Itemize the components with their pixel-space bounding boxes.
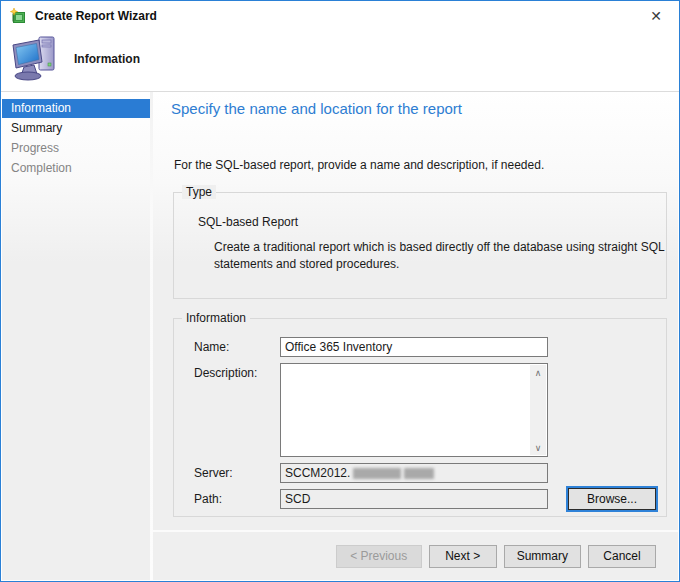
- sidebar-item-completion: Completion: [2, 159, 150, 178]
- description-textarea[interactable]: ∧ ∨: [280, 363, 548, 457]
- description-scrollbar[interactable]: ∧ ∨: [530, 365, 546, 455]
- type-groupbox: Type SQL-based Report Create a tradition…: [173, 192, 667, 299]
- information-groupbox: Information Name: Description: ∧ ∨ Serve…: [173, 318, 667, 517]
- scroll-down-icon[interactable]: ∨: [530, 440, 546, 455]
- wizard-app-icon: [10, 8, 26, 24]
- server-label: Server:: [194, 466, 233, 480]
- title-bar: Create Report Wizard ✕: [1, 1, 679, 31]
- server-field[interactable]: SCCM2012.: [280, 463, 548, 483]
- browse-button[interactable]: Browse...: [568, 488, 656, 510]
- sidebar-item-progress: Progress: [2, 139, 150, 158]
- scroll-up-icon[interactable]: ∧: [530, 365, 546, 380]
- name-label: Name:: [194, 340, 229, 354]
- close-icon[interactable]: ✕: [633, 1, 679, 31]
- report-type-name: SQL-based Report: [198, 215, 298, 229]
- computer-icon: [11, 34, 61, 82]
- sidebar-item-information[interactable]: Information: [2, 99, 150, 118]
- description-label: Description:: [194, 366, 257, 380]
- information-groupbox-label: Information: [182, 311, 250, 325]
- page-title: Specify the name and location for the re…: [171, 100, 462, 117]
- report-type-description: Create a traditional report which is bas…: [214, 239, 666, 274]
- path-input[interactable]: [280, 489, 548, 509]
- cancel-button[interactable]: Cancel: [588, 545, 656, 568]
- window-title: Create Report Wizard: [35, 9, 157, 23]
- next-button[interactable]: Next >: [429, 545, 497, 568]
- intro-text: For the SQL-based report, provide a name…: [174, 158, 544, 172]
- server-redacted-text: [353, 468, 401, 479]
- server-redacted-text: [404, 468, 434, 479]
- wizard-content: Specify the name and location for the re…: [153, 92, 678, 530]
- header-step-title: Information: [74, 52, 140, 66]
- path-label: Path:: [194, 492, 222, 506]
- sidebar-item-summary[interactable]: Summary: [2, 119, 150, 138]
- summary-button[interactable]: Summary: [504, 545, 581, 568]
- footer-button-bar: < Previous Next > Summary Cancel: [153, 530, 678, 580]
- type-groupbox-label: Type: [182, 185, 216, 199]
- previous-button: < Previous: [336, 545, 422, 568]
- name-input[interactable]: [280, 337, 548, 357]
- wizard-steps-sidebar: Information Summary Progress Completion: [2, 92, 150, 580]
- server-value: SCCM2012.: [285, 466, 350, 480]
- create-report-wizard-dialog: Create Report Wizard ✕ Information Infor…: [0, 0, 680, 582]
